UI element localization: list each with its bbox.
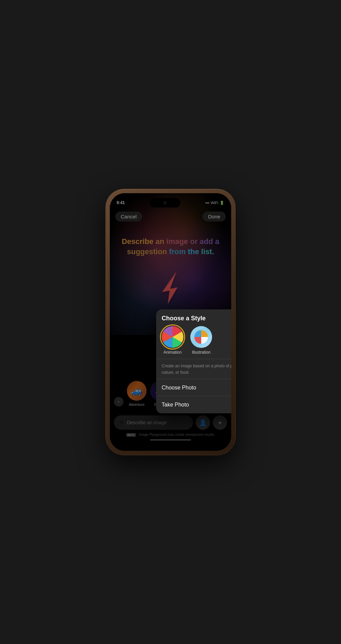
style-popup: Choose a Style Animation [156, 309, 231, 413]
popup-header: Choose a Style Animation [156, 309, 231, 359]
choose-photo-action[interactable]: Choose Photo 🖼 [156, 379, 231, 396]
popup-desc-text: Create an image based on a photo of pets… [162, 364, 231, 375]
take-photo-label: Take Photo [162, 402, 189, 408]
phone-screen: 9:41 ▪▪▪ WiFi 🔋 Cancel Done Describe [110, 193, 231, 451]
illustration-circle-container [190, 326, 212, 348]
style-options: Animation Illustration [162, 326, 231, 355]
illustration-label: Illustration [192, 350, 211, 355]
animation-circle-container [162, 326, 183, 348]
illustration-bg [190, 326, 212, 348]
choose-photo-label: Choose Photo [162, 385, 196, 391]
phone-frame: 9:41 ▪▪▪ WiFi 🔋 Cancel Done Describe [106, 189, 235, 455]
illustration-ball [194, 330, 208, 344]
animation-label: Animation [163, 350, 181, 355]
popup-title: Choose a Style [162, 315, 231, 322]
style-option-animation[interactable]: Animation [162, 326, 183, 355]
take-photo-action[interactable]: Take Photo 📷 [156, 396, 231, 413]
animation-beach-ball [162, 326, 183, 348]
screen-content: 9:41 ▪▪▪ WiFi 🔋 Cancel Done Describe [110, 193, 231, 451]
popup-description: Create an image based on a photo of pets… [156, 359, 231, 379]
style-option-illustration[interactable]: Illustration [190, 326, 212, 355]
